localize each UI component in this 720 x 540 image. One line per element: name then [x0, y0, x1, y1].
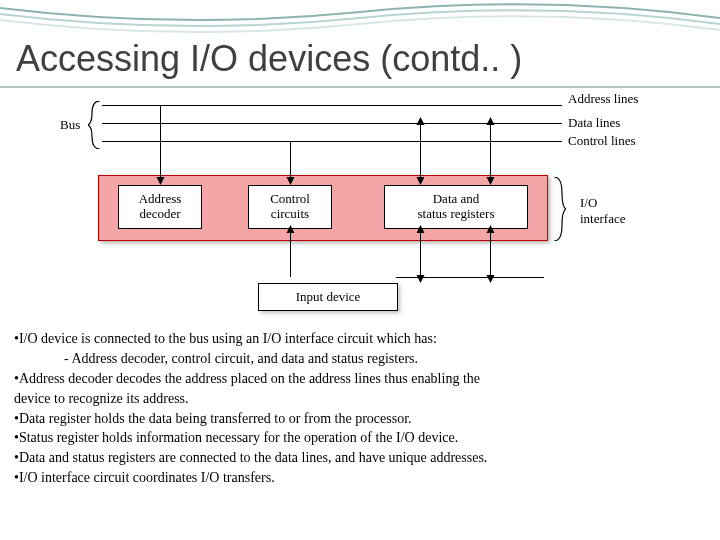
arrow-addr-to-decoder — [160, 105, 161, 179]
arrow-head — [287, 177, 295, 185]
bullet-1: •I/O device is connected to the bus usin… — [14, 330, 706, 349]
bullet-1-sub: - Address decoder, control circuit, and … — [14, 350, 706, 369]
bullet-6: •I/O interface circuit coordinates I/O t… — [14, 469, 706, 488]
data-status-registers-box: Data and status registers — [384, 185, 528, 229]
page-title: Accessing I/O devices (contd.. ) — [16, 38, 522, 80]
arrow-ctrl-to-circuits — [290, 141, 291, 179]
arrow-ctrl-to-device — [290, 230, 291, 277]
bullet-2-cont: device to recognize its address. — [14, 390, 706, 409]
arrow-data-reg1 — [420, 123, 421, 179]
control-circuits-box: Control circuits — [248, 185, 332, 229]
bullet-2: •Address decoder decodes the address pla… — [14, 370, 706, 389]
address-line — [102, 105, 562, 106]
address-line-label: Address lines — [568, 91, 638, 107]
device-connector — [396, 277, 544, 278]
arrow-head — [487, 117, 495, 125]
control-line — [102, 141, 562, 142]
io-interface-label: I/O interface — [580, 195, 625, 226]
arrow-head — [487, 177, 495, 185]
bus-diagram: Bus Address lines Data lines Control lin… — [60, 95, 660, 325]
data-status-registers-label: Data and status registers — [418, 192, 495, 222]
arrow-head — [487, 225, 495, 233]
arrow-reg-to-device2 — [490, 230, 491, 277]
arrow-head — [287, 225, 295, 233]
arrow-reg-to-device1 — [420, 230, 421, 277]
arrow-head — [417, 177, 425, 185]
bullet-4: •Status register holds information neces… — [14, 429, 706, 448]
arrow-head — [157, 177, 165, 185]
address-decoder-label: Address decoder — [139, 192, 182, 222]
arrow-data-reg2 — [490, 123, 491, 179]
arrow-head — [417, 225, 425, 233]
right-curly-brace — [552, 177, 566, 241]
control-line-label: Control lines — [568, 133, 636, 149]
address-decoder-box: Address decoder — [118, 185, 202, 229]
input-device-label: Input device — [296, 289, 361, 305]
control-circuits-label: Control circuits — [270, 192, 310, 222]
data-line-label: Data lines — [568, 115, 620, 131]
bullet-3: •Data register holds the data being tran… — [14, 410, 706, 429]
bus-label: Bus — [60, 117, 80, 133]
title-underline — [0, 86, 720, 88]
input-device-box: Input device — [258, 283, 398, 311]
arrow-head — [417, 117, 425, 125]
left-curly-brace — [88, 101, 102, 149]
body-text: •I/O device is connected to the bus usin… — [14, 330, 706, 489]
bullet-5: •Data and status registers are connected… — [14, 449, 706, 468]
top-wave — [0, 0, 720, 40]
